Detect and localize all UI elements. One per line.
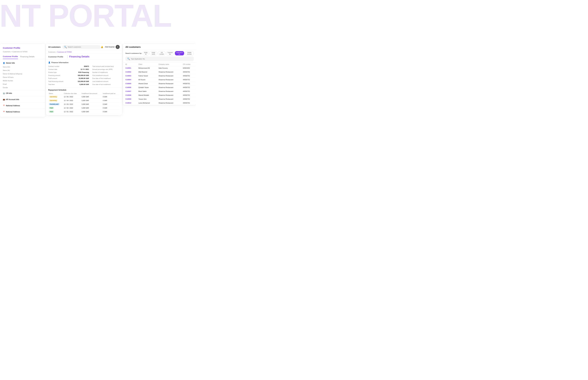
label-financing-amount: Financing amount: [48, 74, 77, 77]
label-contract-number: Contract number: [48, 65, 77, 68]
repayment-table: Status Collection due date Installment d…: [48, 92, 120, 114]
table-row[interactable]: CU0009 Yasser Aziz Shawrma Restaurant 44…: [123, 97, 196, 101]
field-owner-id: Owner Id (National Id/Iqama): [0, 72, 45, 76]
field-name-en: Name (En): [0, 65, 45, 69]
search-icon: 🔍: [64, 46, 67, 48]
repayment-section: Repayment Schedule Status Collection due…: [46, 87, 122, 115]
tab-financing-details[interactable]: Financing Details: [20, 54, 35, 59]
table-row: Paid 12 / 01 / 2022 5,000 SAR 0 SAR: [48, 110, 120, 114]
hp-icon: 💼: [3, 98, 5, 100]
search-by-row: Search customers by: Entity ID Entity na…: [125, 51, 194, 56]
finance-grid: Contract number 000675 Total amount paid…: [48, 65, 120, 86]
status-badge: Upcoming: [49, 99, 58, 101]
owner-icon: 👤: [3, 62, 5, 64]
label-last-installment: Last installment amount: [90, 80, 119, 83]
field-email: Email: [0, 82, 45, 86]
table-row[interactable]: CU0001 Mohammeed Ali Hala Grocery 645634…: [123, 66, 196, 70]
label-apr: Annual percentage rate (APR): [90, 68, 119, 71]
divider-1: [0, 90, 45, 90]
tab-separator: [67, 55, 68, 58]
hp-account-label: HP Account Info: [6, 98, 19, 100]
value-total-financing: 515,000.00 SAR: [78, 80, 89, 83]
section-owner-info[interactable]: 👤 Owner Info: [0, 61, 45, 65]
national-address-2-label: National Address: [6, 111, 20, 113]
cr-info-label: CR Info: [6, 92, 12, 94]
table-row: Paid 12 / 02 / 2022 5,000 SAR 0 SAR: [48, 106, 120, 110]
repayment-title: Repayment Schedule: [48, 89, 120, 91]
tab-customer-profile[interactable]: Customer Profile: [3, 54, 18, 59]
table-row[interactable]: CU0004 Ali Hussin Shawrma Restaurant 445…: [123, 78, 196, 82]
value-product-type: POS Financing: [78, 71, 89, 74]
field-owner-id-expiry: Owner Id Expiry: [0, 76, 45, 79]
label-contract-date: Contract date: [48, 68, 77, 71]
value-profit-amount: 15,000.00 SAR: [78, 77, 89, 80]
table-row[interactable]: CU0002 Afaf Alsamel Shawrma Restaurant 4…: [123, 70, 196, 74]
label-total-paid: Total amount paid (include fees): [90, 65, 119, 68]
table-row[interactable]: CU0010 Lama Mohamed Shawrma Restaurant 4…: [123, 101, 196, 105]
value-contract-date: 12 / 5 / 2021: [78, 68, 89, 71]
filter-entity-id[interactable]: Entity ID: [143, 51, 149, 56]
owner-info-fields: Name (En) Name (Ar) Owner Id (National I…: [0, 65, 45, 89]
filter-application-no[interactable]: Application No.: [175, 51, 184, 56]
finance-icon: 👤: [48, 61, 51, 64]
portal-background-text: INT PORTAL: [0, 0, 171, 32]
owner-info-label: Owner Info: [6, 62, 15, 64]
divider-3: [0, 102, 45, 103]
search-by-label: Search customers by:: [125, 52, 142, 54]
user-area: Afaf Alsamel A: [105, 45, 120, 49]
national-address-2-icon: 📍: [3, 111, 5, 113]
all-customers-label: All customers: [48, 46, 60, 48]
field-name-ar: Name (Ar): [0, 69, 45, 72]
left-tab-row: Customer Profile Financing Details: [0, 54, 45, 59]
national-address-1-label: National Address: [6, 105, 20, 107]
notification-icon[interactable]: 🔔: [101, 46, 103, 48]
table-row[interactable]: CU0008 Wareef Alotaibi Shawrma Restauran…: [123, 93, 196, 97]
section-national-address-2[interactable]: 📍 National Address: [0, 110, 45, 114]
col-status: Status: [48, 92, 63, 95]
table-row: Upcoming 12 / 05 / 2022 5,000 SAR 0 SAR: [48, 95, 120, 99]
label-total-fees: Total fees: [48, 83, 77, 86]
col-cr: CR number: [181, 63, 196, 66]
search-input[interactable]: [68, 46, 99, 48]
finance-info-title: 👤 Finance Information: [48, 61, 120, 64]
section-cr-info[interactable]: 🏢 CR Info: [0, 91, 45, 95]
table-row[interactable]: CU0003 Fatma Yasser Shawrma Restaurant 4…: [123, 74, 196, 78]
tab-main-financing-details[interactable]: Financing Details: [69, 55, 92, 58]
field-gender: Gender: [0, 86, 45, 89]
divider-4: [0, 109, 45, 109]
search-input-right[interactable]: 🔍: [125, 57, 194, 61]
left-breadcrumb: Customers > Customers Id 747643: [0, 51, 45, 54]
left-panel-title: Customer Profile: [0, 47, 45, 51]
value-total-fees: 5,000.00 SAR: [78, 83, 89, 86]
section-national-address-1[interactable]: 📍 National Address: [0, 103, 45, 108]
main-search-bar: All customers 🔍 🔔 Afaf Alsamel A: [46, 44, 122, 50]
table-row[interactable]: CU0006 Qutiabh Yazan Shawrma Restaurant …: [123, 86, 196, 89]
filter-mobile-number[interactable]: Mobile number: [185, 51, 194, 56]
section-hp-account[interactable]: 💼 HP Account Info: [0, 97, 45, 102]
col-installment-due: Installment due amount: [81, 92, 102, 95]
filter-cr-number[interactable]: CR number: [158, 51, 165, 56]
finance-info-section: 👤 Finance Information Contract number 00…: [46, 60, 122, 87]
value-financing-amount: 500,000.00 SAR: [78, 74, 89, 77]
table-row: Partially paid 12 / 03 / 2022 5,000 SAR …: [48, 102, 120, 106]
value-contract-number: 000675: [78, 65, 89, 68]
label-total-financing: Total financing amount: [48, 80, 77, 83]
right-panel: All customers Search customers by: Entit…: [123, 44, 196, 105]
search-customers-section: Search customers by: Entity ID Entity na…: [123, 50, 196, 63]
table-row[interactable]: CU0005 Ahamd Omar Shawrma Restaurant 445…: [123, 82, 196, 86]
table-row[interactable]: CU0007 Btool Saleh Shawrma Restaurant 44…: [123, 89, 196, 93]
search-application-input[interactable]: [131, 58, 192, 60]
avatar: A: [116, 45, 120, 49]
table-row: Upcoming 12 / 04 / 2022 5,000 SAR 0 SAR: [48, 99, 120, 102]
filter-contract-no[interactable]: Contract No.: [166, 51, 174, 56]
main-breadcrumb: Customers > Customers Id 747643: [46, 50, 122, 54]
tab-main-customer-profile[interactable]: Customer Profile: [48, 56, 66, 58]
label-first-installment: First installment amount: [90, 74, 119, 77]
field-mobile: Mobile Number: [0, 79, 45, 82]
filter-entity-name[interactable]: Entity name: [150, 51, 157, 56]
search-input-box[interactable]: 🔍: [62, 45, 101, 49]
user-name: Afaf Alsamel: [105, 46, 114, 48]
col-installment-paid: Installment paid an: [102, 92, 120, 95]
label-due-first: Due date of first installment: [90, 77, 119, 80]
label-num-installments: Number of installments: [90, 71, 119, 74]
